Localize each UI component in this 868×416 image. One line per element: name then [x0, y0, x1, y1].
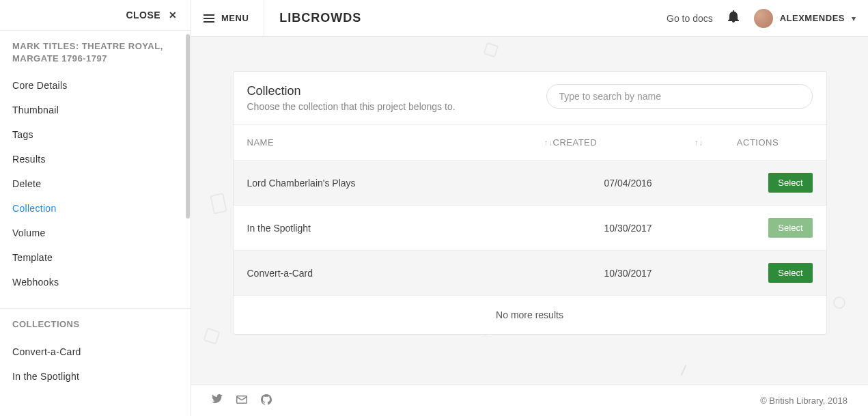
- sidebar-item[interactable]: Template: [0, 245, 191, 270]
- row-created: 10/30/2017: [553, 223, 703, 234]
- docs-link[interactable]: Go to docs: [667, 13, 713, 24]
- search-input[interactable]: [546, 84, 813, 109]
- sidebar-item[interactable]: Delete: [0, 171, 191, 196]
- sidebar-item[interactable]: Tags: [0, 122, 191, 147]
- footer: © British Library, 2018: [191, 385, 868, 416]
- topbar: MENU LIBCROWDS Go to docs ALEXMENDES ▾: [191, 0, 868, 37]
- row-name: Lord Chamberlain's Plays: [247, 178, 553, 189]
- scrollbar[interactable]: [186, 34, 190, 219]
- project-title: MARK TITLES: THEATRE ROYAL, MARGATE 1796…: [0, 31, 191, 70]
- sidebar-item[interactable]: Thumbnail: [0, 98, 191, 122]
- column-actions-label: ACTIONS: [737, 137, 779, 148]
- sort-icon: ↑↓: [695, 138, 703, 148]
- row-created: 10/30/2017: [553, 268, 703, 279]
- collection-card: Collection Choose the collection that th…: [233, 71, 827, 335]
- card-header: Collection Choose the collection that th…: [234, 72, 826, 124]
- close-label: CLOSE: [126, 10, 160, 20]
- row-created: 07/04/2016: [553, 178, 703, 189]
- chevron-down-icon: ▾: [852, 14, 856, 23]
- twitter-icon[interactable]: [212, 394, 223, 408]
- row-name: In the Spotlight: [247, 223, 553, 234]
- table-header: NAME ↑↓ CREATED ↑↓ ACTIONS: [234, 125, 826, 161]
- collection-table: NAME ↑↓ CREATED ↑↓ ACTIONS Lord Chamberl…: [234, 124, 826, 334]
- close-icon: ✕: [169, 10, 177, 20]
- select-button[interactable]: Select: [768, 173, 812, 193]
- sidebar-item[interactable]: Core Details: [0, 73, 191, 98]
- sidebar-collection-item[interactable]: In the Spotlight: [0, 364, 191, 389]
- brand-logo[interactable]: LIBCROWDS: [279, 11, 361, 25]
- sidebar-item[interactable]: Results: [0, 147, 191, 171]
- email-icon[interactable]: [236, 394, 247, 408]
- sidebar-collections: Convert-a-CardIn the Spotlight: [0, 337, 191, 397]
- select-button[interactable]: Select: [768, 263, 812, 283]
- table-row: Lord Chamberlain's Plays07/04/2016Select: [234, 161, 826, 206]
- sidebar-collection-item[interactable]: Convert-a-Card: [0, 339, 191, 364]
- menu-label: MENU: [221, 13, 249, 23]
- sidebar: CLOSE ✕ MARK TITLES: THEATRE ROYAL, MARG…: [0, 0, 191, 416]
- row-actions: Select: [703, 218, 813, 238]
- username: ALEXMENDES: [780, 13, 845, 23]
- row-actions: Select: [703, 173, 813, 193]
- column-created-label: CREATED: [553, 137, 598, 148]
- main: MENU LIBCROWDS Go to docs ALEXMENDES ▾: [191, 0, 868, 416]
- user-menu[interactable]: ALEXMENDES ▾: [754, 9, 856, 28]
- sort-icon: ↑↓: [544, 138, 553, 148]
- close-sidebar-button[interactable]: CLOSE ✕: [0, 0, 191, 31]
- sidebar-item[interactable]: Volume: [0, 221, 191, 245]
- sidebar-nav: Core DetailsThumbnailTagsResultsDeleteCo…: [0, 70, 191, 303]
- avatar: [754, 9, 773, 28]
- column-name-header[interactable]: NAME ↑↓: [247, 137, 553, 148]
- column-name-label: NAME: [247, 137, 275, 148]
- column-actions-header: ACTIONS: [703, 137, 813, 148]
- collections-heading: COLLECTIONS: [0, 309, 191, 336]
- table-row: Convert-a-Card10/30/2017Select: [234, 251, 826, 296]
- menu-button[interactable]: MENU: [204, 0, 264, 36]
- table-row: In the Spotlight10/30/2017Select: [234, 206, 826, 251]
- hamburger-icon: [204, 14, 214, 23]
- row-actions: Select: [703, 263, 813, 283]
- sidebar-item[interactable]: Collection: [0, 196, 191, 221]
- card-title: Collection: [247, 84, 456, 98]
- select-button[interactable]: Select: [768, 218, 812, 238]
- card-subtitle: Choose the collection that this project …: [247, 101, 456, 112]
- no-more-results: No more results: [234, 296, 826, 334]
- sidebar-item[interactable]: Webhooks: [0, 270, 191, 294]
- bell-icon[interactable]: [728, 10, 739, 26]
- footer-copyright: © British Library, 2018: [760, 396, 848, 406]
- row-name: Convert-a-Card: [247, 268, 553, 279]
- github-icon[interactable]: [261, 394, 272, 408]
- content-area: Collection Choose the collection that th…: [191, 37, 868, 416]
- column-created-header[interactable]: CREATED ↑↓: [553, 137, 703, 148]
